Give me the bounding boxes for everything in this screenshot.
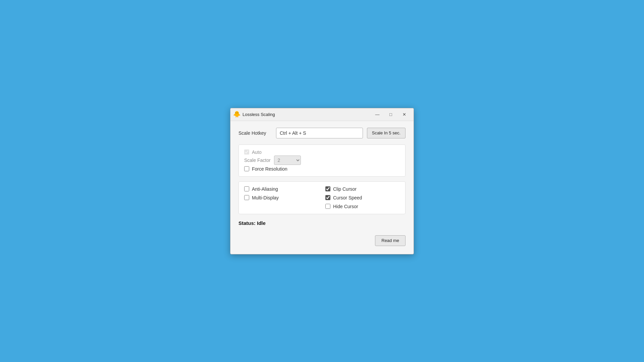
title-bar: 🐥 Lossless Scaling — □ ✕ [230, 108, 414, 121]
force-resolution-row: Force Resolution [244, 166, 400, 172]
hotkey-label: Scale Hotkey [238, 130, 272, 136]
hide-cursor-label: Hide Cursor [333, 204, 358, 209]
scaling-panel: Auto Scale Factor 2 1 3 4 Force Resoluti… [238, 144, 406, 177]
status-label: Status: Idle [238, 220, 266, 226]
anti-aliasing-checkbox[interactable] [244, 186, 249, 191]
clip-cursor-checkbox[interactable] [325, 186, 330, 191]
bottom-row: Read me [238, 232, 406, 247]
scale-factor-row: Scale Factor 2 1 3 4 [244, 156, 400, 165]
clip-cursor-row: Clip Cursor [325, 186, 400, 192]
anti-aliasing-label: Anti-Aliasing [252, 186, 278, 192]
cursor-speed-checkbox[interactable] [325, 195, 330, 200]
cursor-speed-label: Cursor Speed [333, 195, 362, 200]
hotkey-row: Scale Hotkey Scale In 5 sec. [238, 128, 406, 138]
status-row: Status: Idle [238, 219, 406, 227]
scale-in-5sec-button[interactable]: Scale In 5 sec. [367, 128, 406, 138]
window-body: Scale Hotkey Scale In 5 sec. Auto Scale … [230, 121, 414, 254]
minimize-button[interactable]: — [371, 109, 384, 119]
auto-row: Auto [244, 149, 400, 155]
options-right-col: Clip Cursor Cursor Speed Hide Cursor [325, 186, 400, 209]
app-icon: 🐥 [233, 111, 240, 118]
force-resolution-checkbox[interactable] [244, 166, 249, 171]
clip-cursor-label: Clip Cursor [333, 186, 357, 192]
main-window: 🐥 Lossless Scaling — □ ✕ Scale Hotkey Sc… [230, 108, 414, 254]
options-grid: Anti-Aliasing Multi-Display Clip Cursor [244, 186, 400, 209]
options-panel: Anti-Aliasing Multi-Display Clip Cursor [238, 181, 406, 214]
read-me-button[interactable]: Read me [375, 235, 406, 246]
hotkey-input[interactable] [276, 128, 363, 138]
auto-label: Auto [252, 149, 262, 155]
cursor-speed-row: Cursor Speed [325, 195, 400, 200]
scale-factor-select[interactable]: 2 1 3 4 [274, 156, 301, 165]
close-button[interactable]: ✕ [397, 109, 411, 119]
app-title: Lossless Scaling [243, 112, 371, 117]
auto-checkbox[interactable] [244, 149, 249, 155]
anti-aliasing-row: Anti-Aliasing [244, 186, 319, 192]
window-controls: — □ ✕ [371, 109, 411, 119]
multi-display-checkbox[interactable] [244, 195, 249, 200]
maximize-button[interactable]: □ [384, 109, 397, 119]
hide-cursor-checkbox[interactable] [325, 204, 330, 209]
force-resolution-label: Force Resolution [252, 166, 287, 172]
hide-cursor-row: Hide Cursor [325, 204, 400, 209]
multi-display-row: Multi-Display [244, 195, 319, 200]
scale-factor-label: Scale Factor [244, 158, 271, 163]
options-left-col: Anti-Aliasing Multi-Display [244, 186, 319, 209]
multi-display-label: Multi-Display [252, 195, 279, 200]
